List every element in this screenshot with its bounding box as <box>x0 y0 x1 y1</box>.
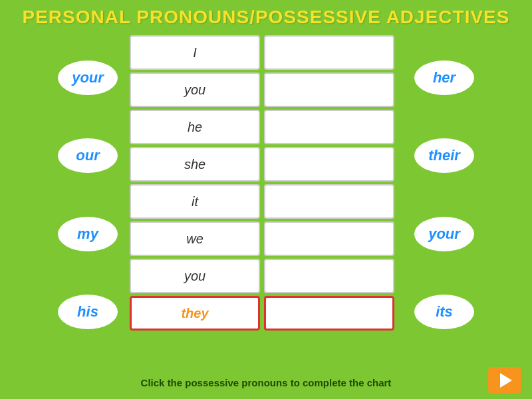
grid-row-4: it <box>130 184 402 219</box>
badge-your-right[interactable]: your <box>414 217 474 251</box>
answer-cell-3[interactable] <box>264 147 394 182</box>
grid-row-3: she <box>130 147 402 182</box>
grid-row-1: you <box>130 72 402 107</box>
answer-cell-6[interactable] <box>264 259 394 293</box>
answer-cell-0[interactable] <box>264 35 394 70</box>
grid-area: Iyouhesheitweyouthey <box>130 32 402 331</box>
grid-row-6: you <box>130 259 402 293</box>
badge-your-left[interactable]: your <box>58 61 118 95</box>
grid-row-5: we <box>130 221 402 256</box>
answer-cell-4[interactable] <box>264 184 394 219</box>
title: PERSONAL PRONOUNS/POSSESSIVE ADJECTIVES <box>0 0 532 32</box>
answer-cell-5[interactable] <box>264 221 394 256</box>
badge-her-right[interactable]: her <box>414 61 474 95</box>
main-content: yourourmyhis Iyouhesheitweyouthey herthe… <box>0 32 532 371</box>
badge-my-left[interactable]: my <box>58 217 118 251</box>
grid-row-0: I <box>130 35 402 70</box>
badge-its-right[interactable]: its <box>414 295 474 329</box>
grid-row-7: they <box>130 296 402 331</box>
play-triangle-icon <box>500 373 512 388</box>
pronoun-cell-6: you <box>130 259 260 293</box>
pronoun-cell-7: they <box>130 296 260 331</box>
answer-cell-1[interactable] <box>264 72 394 107</box>
answer-cell-2[interactable] <box>264 110 394 144</box>
badge-their-right[interactable]: their <box>414 138 474 173</box>
badge-our-left[interactable]: our <box>58 138 118 173</box>
pronoun-cell-2: he <box>130 110 260 144</box>
answer-cell-7[interactable] <box>264 296 394 331</box>
grid-row-2: he <box>130 110 402 144</box>
pronoun-cell-0: I <box>130 35 260 70</box>
left-badges-column: yourourmyhis <box>51 32 124 351</box>
play-button[interactable] <box>488 367 521 394</box>
right-badges-column: hertheiryourits <box>408 32 481 351</box>
pronoun-cell-4: it <box>130 184 260 219</box>
pronoun-cell-5: we <box>130 221 260 256</box>
pronoun-cell-3: she <box>130 147 260 182</box>
footer-text: Click the possessive pronouns to complet… <box>0 373 532 390</box>
badge-his-left[interactable]: his <box>58 295 118 329</box>
pronoun-cell-1: you <box>130 72 260 107</box>
